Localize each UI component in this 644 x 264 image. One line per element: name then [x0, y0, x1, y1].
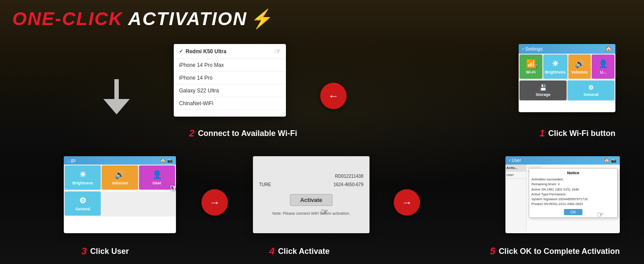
- serial-row: RD012211438: [257, 174, 365, 179]
- step5-card: ‹ User 🏠 📷 Activ... User 43902062...9082…: [505, 156, 620, 233]
- ok-button[interactable]: OK: [564, 209, 582, 215]
- volume-label: Volumes: [571, 70, 588, 74]
- step5-header: ‹ User 🏠 📷: [505, 156, 620, 165]
- volume-lbl-3: Volumes: [112, 181, 128, 185]
- general-lbl-3: General: [75, 207, 90, 211]
- step3-card-header: ...gs 🏠 📷: [64, 156, 176, 165]
- volume-button[interactable]: 🔊 Volumes: [568, 55, 591, 79]
- chevron-left-icon-5: ‹: [509, 158, 510, 163]
- step5-number: 5.: [490, 246, 497, 257]
- forward-arrow-2[interactable]: →: [394, 189, 420, 216]
- hand-cursor-wifi: ☞: [531, 61, 539, 71]
- step3-header-icons: 🏠 📷: [160, 158, 172, 163]
- ture-row: TURE 1624-4650-679: [257, 182, 365, 187]
- activate-screen: RD012211438 TURE 1624-4650-679 Activate …: [253, 156, 370, 233]
- brightness-icon-3: ☀: [79, 170, 86, 180]
- volume-icon-3: 🔊: [115, 170, 124, 180]
- step2-text: Connect to Available Wi-Fi: [198, 129, 297, 138]
- home-icon[interactable]: 🏠: [605, 46, 612, 52]
- home-icon-3[interactable]: 🏠: [160, 158, 165, 163]
- storage-label: Storage: [536, 92, 551, 97]
- notice-content: Activation succeeded. Remaining times: 4…: [531, 177, 615, 207]
- notice-title: Notice: [531, 171, 615, 175]
- activate-button[interactable]: Activate: [290, 194, 333, 206]
- serial-value: RD012211438: [335, 174, 364, 179]
- title-area: ONE-CLICK ACTIVATION ⚡: [12, 8, 274, 29]
- user-tab[interactable]: User: [505, 172, 526, 179]
- wifi-item-4[interactable]: Galaxy S22 Ultra: [174, 84, 286, 97]
- activate-btn-row: Activate ☞: [257, 194, 365, 206]
- chevron-left-icon: ‹: [522, 46, 524, 51]
- hand-cursor-user: ☞: [170, 183, 176, 193]
- step1-card: ‹ Settings 🏠 📶 Wi-Fi ☀ Brightness 🔊 Volu…: [519, 44, 615, 112]
- cursor-icon-1: ☞: [274, 47, 281, 55]
- wifi-item-1[interactable]: ✓ Redmi K50 Ultra ☞: [174, 44, 286, 59]
- wifi-item-2[interactable]: iPhone 14 Pro Max: [174, 59, 286, 72]
- user-btn-3[interactable]: 👤 User ☞: [139, 165, 175, 190]
- step5-label: 5. Click OK to Complete Activation: [490, 246, 620, 257]
- general-icon-3: ⚙: [79, 196, 86, 205]
- user-label-1: U...: [600, 70, 606, 74]
- brightness-button[interactable]: ☀ Brightness: [543, 55, 567, 79]
- camera-icon-5[interactable]: 📷: [611, 158, 616, 163]
- activate-tab[interactable]: Activ...: [505, 165, 526, 172]
- general-btn-3[interactable]: ⚙ General: [65, 191, 101, 216]
- step1-number: 1.: [539, 128, 546, 139]
- back-arrow[interactable]: ←: [320, 83, 347, 109]
- hand-cursor-ok: ☞: [597, 210, 604, 220]
- step2-number: 2.: [189, 128, 196, 139]
- step2-card: ✓ Redmi K50 Ultra ☞ iPhone 14 Pro Max iP…: [174, 44, 286, 117]
- checkmark-icon: ✓: [179, 48, 183, 54]
- brightness-icon: ☀: [552, 59, 559, 69]
- step1-label: 1. Click Wi-Fi button: [539, 128, 615, 139]
- activate-note: Note: Please connect WiFi before activat…: [257, 211, 365, 216]
- step4-label: 4. Click Activate: [269, 246, 329, 257]
- title-white: ACTIVATION: [128, 8, 247, 29]
- ture-value: 1624-4650-679: [333, 182, 363, 187]
- user-icon-1: 👤: [598, 59, 608, 69]
- general-icon: ⚙: [588, 84, 594, 91]
- camera-icon-3[interactable]: 📷: [167, 158, 172, 163]
- step5-body: Activ... User 43902062...9082-2446... No…: [505, 165, 620, 232]
- step5-text: Click OK to Complete Activation: [499, 247, 620, 256]
- hand-cursor-activate: ☞: [321, 206, 329, 217]
- brightness-lbl-3: Brightness: [73, 181, 93, 185]
- general-label: General: [584, 92, 599, 97]
- wifi-item-3[interactable]: iPhone 14 Pro: [174, 72, 286, 84]
- storage-button[interactable]: 💾 Storage: [520, 81, 567, 100]
- home-icon-5[interactable]: 🏠: [604, 158, 609, 163]
- settings-label: Settings: [525, 46, 543, 51]
- down-arrow-icon: [97, 75, 132, 110]
- step4-text: Click Activate: [278, 247, 329, 256]
- user-icon-3: 👤: [152, 170, 162, 180]
- volume-icon: 🔊: [575, 59, 585, 69]
- title-red: ONE-CLICK: [12, 8, 123, 29]
- wifi-name-5: ChinaNet-WiFi: [179, 100, 213, 106]
- user-button-1[interactable]: 👤 U...: [592, 55, 615, 79]
- general-button[interactable]: ⚙ General: [567, 81, 615, 100]
- step3-label: 3. Click User: [81, 246, 129, 257]
- step5-back[interactable]: ‹ User: [509, 158, 521, 163]
- volume-btn-3[interactable]: 🔊 Volumes: [102, 165, 138, 190]
- title-lightning: ⚡: [251, 8, 274, 29]
- forward-arrow-1[interactable]: →: [201, 189, 228, 216]
- user-lbl-3: User: [153, 181, 161, 185]
- step3-card: ...gs 🏠 📷 ☀ Brightness 🔊 Volumes 👤 User …: [64, 156, 176, 233]
- wifi-name-2: iPhone 14 Pro Max: [179, 62, 224, 68]
- wifi-name-3: iPhone 14 Pro: [179, 75, 212, 81]
- wifi-name-4: Galaxy S22 Ultra: [179, 88, 219, 94]
- storage-icon: 💾: [539, 84, 547, 91]
- brightness-btn-3[interactable]: ☀ Brightness: [65, 165, 101, 190]
- wifi-name-1: Redmi K50 Ultra: [186, 48, 227, 55]
- step5-main: 43902062...9082-2446... Notice Activatio…: [527, 165, 620, 232]
- step3-text: Click User: [90, 247, 129, 256]
- back-button[interactable]: ‹ Settings: [522, 46, 542, 51]
- step5-sidebar: Activ... User: [505, 165, 527, 232]
- brightness-label: Brightness: [545, 70, 566, 74]
- wifi-item-5[interactable]: ChinaNet-WiFi: [174, 97, 286, 110]
- step1-text: Click Wi-Fi button: [548, 129, 615, 138]
- step3-number: 3.: [81, 246, 88, 257]
- step4-number: 4.: [269, 246, 276, 257]
- step2-label: 2. Connect to Available Wi-Fi: [189, 128, 297, 139]
- step5-icons: 🏠 📷: [604, 158, 616, 163]
